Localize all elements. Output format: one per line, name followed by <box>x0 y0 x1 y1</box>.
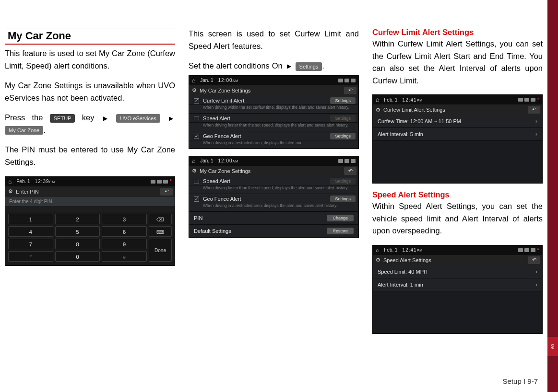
pin-note: The PIN must be entered to use My Car Zo… <box>5 144 175 168</box>
empty-area <box>373 291 542 334</box>
speed-settings-button: Settings <box>330 178 356 184</box>
screen-title: Curfew Limit Alert Settings <box>383 107 445 113</box>
status-bar: ⌂ Feb. 1 12:39PM * <box>5 177 175 186</box>
key-4[interactable]: 4 <box>8 226 53 237</box>
geo-desc: When driving in a restricted area, displ… <box>189 203 358 212</box>
key-5[interactable]: 5 <box>55 226 100 237</box>
status-time: 12:41PM <box>403 247 423 253</box>
pin-placeholder[interactable]: Enter the 4 digit PIN. <box>5 197 175 206</box>
manual-page: 09 My Car Zone This feature is used to s… <box>0 0 558 392</box>
key-9[interactable]: 9 <box>102 239 147 249</box>
speed-limit-row[interactable]: Speed Limit: 40 MPH › <box>373 265 542 278</box>
speed-checkbox[interactable] <box>194 179 199 184</box>
star-icon: * <box>169 178 172 185</box>
home-icon[interactable]: ⌂ <box>192 158 195 164</box>
curfew-time-value: Curfew Time: 12:00 AM ~ 11:50 PM <box>378 118 461 124</box>
curfew-body: Within Curfew Limit Alert Settings, you … <box>372 38 543 87</box>
speed-settings-button: Settings <box>330 115 356 122</box>
chapter-tab: 09 <box>547 337 558 356</box>
back-button[interactable]: ↶ <box>528 106 540 114</box>
alert-interval-row[interactable]: Alert Interval: 1 min › <box>373 278 542 291</box>
done-key[interactable]: Done <box>149 239 172 262</box>
signal-icon <box>344 79 349 82</box>
arrow-icon: ▶ <box>169 114 173 123</box>
home-icon[interactable]: ⌂ <box>8 178 12 185</box>
screenshot-settings-top: ⌂ Jan. 1 12:00AM ⚙ My Car Zone Settings … <box>189 75 359 149</box>
speed-subtitle: Speed Alert Settings <box>372 190 543 199</box>
arrow-icon: ▶ <box>103 114 107 123</box>
backspace-key[interactable]: ⌫ <box>149 214 172 224</box>
back-button[interactable]: ↶ <box>160 188 173 196</box>
screen-title-bar: ⚙ Speed Alert Settings ↶ <box>373 255 542 265</box>
speed-row[interactable]: Speed Alert Settings <box>189 114 358 123</box>
screen-title: Speed Alert Settings <box>383 257 431 263</box>
nav-instruction: Press the SETUP key ▶ UVO eServices ▶ My… <box>5 112 175 136</box>
pin-row[interactable]: PIN Change <box>189 212 358 225</box>
back-button[interactable]: ↶ <box>344 87 356 94</box>
key-0[interactable]: 0 <box>55 251 100 262</box>
key-1[interactable]: 1 <box>8 214 53 224</box>
intro-paragraph-2: My Car Zone Settings is unavailable when… <box>5 80 175 104</box>
pin-label: PIN <box>194 215 202 221</box>
home-icon[interactable]: ⌂ <box>376 247 379 254</box>
signal-icon <box>524 98 529 102</box>
battery-icon <box>151 180 155 184</box>
col2-paragraph-2: Set the alert conditions On ▶ Settings. <box>189 60 359 72</box>
status-date: Feb. 1 <box>16 179 30 184</box>
speed-row[interactable]: Speed Alert Settings <box>189 176 358 185</box>
alert-interval-row[interactable]: Alert Interval: 5 min › <box>373 128 542 141</box>
curfew-settings-button[interactable]: Settings <box>330 97 356 104</box>
gear-icon: ⚙ <box>192 87 197 93</box>
star-icon: * <box>537 96 539 103</box>
battery-icon <box>338 159 343 163</box>
curfew-row[interactable]: ✓ Curfew Limit Alert Settings <box>189 96 358 105</box>
indicator-icon <box>351 159 356 163</box>
default-restore-button[interactable]: Restore <box>327 228 354 234</box>
screenshot-curfew-settings: ⌂ Feb. 1 12:41PM * ⚙ Curfew Limit Alert … <box>372 94 543 184</box>
geo-checkbox[interactable]: ✓ <box>194 196 199 202</box>
speed-label: Speed Alert <box>203 178 230 184</box>
indicator-icon <box>531 248 535 252</box>
geo-checkbox[interactable]: ✓ <box>194 134 199 139</box>
curfew-label: Curfew Limit Alert <box>203 98 244 104</box>
screen-title-bar: ⚙ Enter PIN ↶ <box>5 186 175 197</box>
geo-settings-button[interactable]: Settings <box>330 196 356 202</box>
arrow-icon: ▶ <box>287 62 291 71</box>
keyboard-key[interactable]: ⌨ <box>149 226 172 237</box>
key-7[interactable]: 7 <box>8 239 53 249</box>
home-icon[interactable]: ⌂ <box>376 96 379 103</box>
curfew-subtitle: Curfew Limit Alert Settings <box>372 28 543 37</box>
geo-row[interactable]: ✓ Geo Fence Alert Settings <box>189 194 358 203</box>
screenshot-settings-bottom: ⌂ Jan. 1 12:00AM ⚙ My Car Zone Settings … <box>189 156 359 238</box>
gear-icon: ⚙ <box>8 188 13 195</box>
speed-label: Speed Alert <box>203 115 230 121</box>
battery-icon <box>518 98 523 102</box>
back-button[interactable]: ↶ <box>344 167 356 175</box>
speed-checkbox[interactable] <box>194 116 199 121</box>
default-row[interactable]: Default Settings Restore <box>189 225 358 237</box>
col2-paragraph-1: This screen is used to set Curfew Limit … <box>189 28 359 52</box>
signal-icon <box>157 180 162 184</box>
key-3[interactable]: 3 <box>102 214 147 224</box>
uvo-eservices-button: UVO eServices <box>116 114 160 123</box>
pin-change-button[interactable]: Change <box>327 215 354 221</box>
back-button[interactable]: ↶ <box>528 256 540 264</box>
curfew-time-row[interactable]: Curfew Time: 12:00 AM ~ 11:50 PM › <box>373 115 542 128</box>
col2-text-2a: Set the alert conditions On <box>189 61 285 70</box>
geo-label: Geo Fence Alert <box>203 133 241 139</box>
curfew-checkbox[interactable]: ✓ <box>194 98 199 104</box>
home-icon[interactable]: ⌂ <box>192 77 195 84</box>
geo-row[interactable]: ✓ Geo Fence Alert Settings <box>189 131 358 140</box>
screenshot-enter-pin: ⌂ Feb. 1 12:39PM * ⚙ Enter PIN ↶ Enter t… <box>5 176 175 266</box>
chevron-right-icon: › <box>535 131 537 138</box>
section-title: My Car Zone <box>5 28 175 45</box>
key-6[interactable]: 6 <box>102 226 147 237</box>
status-bar: ⌂ Jan. 1 12:00AM <box>189 76 358 85</box>
status-date: Feb. 1 <box>384 97 397 103</box>
key-2[interactable]: 2 <box>55 214 100 224</box>
status-time: 12:41PM <box>403 97 423 103</box>
status-time: 12:39PM <box>35 179 56 184</box>
geo-settings-button[interactable]: Settings <box>330 133 356 139</box>
screen-title-bar: ⚙ My Car Zone Settings ↶ <box>189 85 358 96</box>
key-8[interactable]: 8 <box>55 239 100 249</box>
